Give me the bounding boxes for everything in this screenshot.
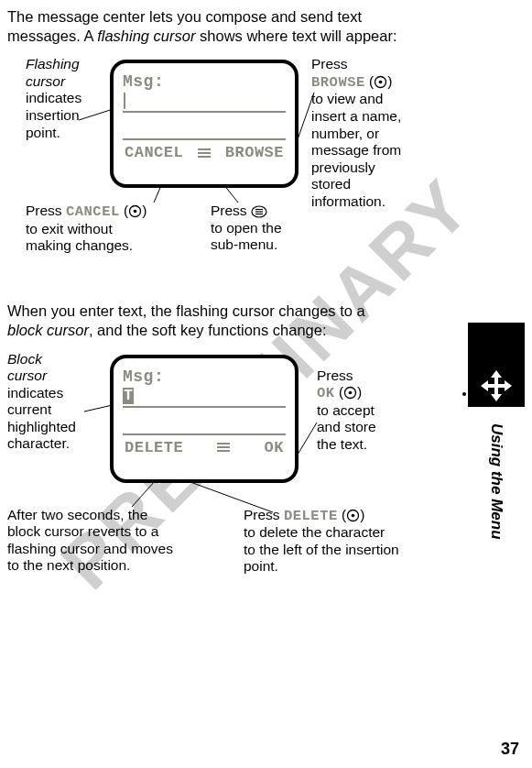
- side-tab: Using the Menu: [468, 323, 525, 540]
- left-softkey-delete[interactable]: DELETE: [125, 439, 183, 456]
- t: BROWSE: [311, 74, 365, 91]
- callout-flashing-cursor: Flashing cursor indicates insertion poin…: [26, 56, 108, 141]
- t: current: [7, 401, 51, 417]
- t: to open the: [211, 220, 282, 236]
- target-key-icon: [346, 509, 360, 522]
- flashing-cursor-term: flashing cursor: [97, 27, 195, 44]
- svg-point-17: [349, 391, 353, 395]
- t: (: [365, 73, 374, 89]
- block-cursor-term: block cursor: [7, 322, 89, 338]
- t: Press: [26, 203, 66, 218]
- flashing-cursor-icon: [124, 93, 125, 109]
- callout-block-cursor: Block cursor indicates current highlight…: [7, 351, 99, 454]
- msg-label: Msg:: [123, 72, 286, 91]
- t: CANCEL: [66, 203, 120, 220]
- t: (: [338, 507, 346, 522]
- t: Press: [311, 56, 348, 71]
- page-number: 37: [501, 740, 519, 759]
- right-softkey-browse[interactable]: BROWSE: [225, 144, 284, 161]
- dot-row-icon: [462, 392, 488, 396]
- callout-cancel: Press CANCEL () to exit without making c…: [26, 203, 209, 255]
- t: sub-menu.: [211, 236, 277, 252]
- t: previously: [311, 159, 375, 175]
- t: ): [357, 384, 362, 400]
- callout-ok: Press OK () to accept and store the text…: [317, 368, 427, 454]
- screen-divider: [123, 433, 286, 435]
- t: cursor: [26, 73, 65, 89]
- t: making changes.: [26, 237, 133, 253]
- text-input-line[interactable]: [123, 93, 286, 113]
- section-title: Using the Menu: [487, 423, 505, 540]
- t: ): [142, 203, 147, 218]
- t: insertion: [26, 107, 80, 123]
- t: character.: [7, 435, 70, 451]
- svg-point-5: [379, 81, 383, 84]
- screen-divider: [123, 138, 286, 140]
- t: Flashing: [26, 56, 80, 71]
- target-key-icon: [343, 386, 357, 400]
- t: the text.: [317, 436, 367, 452]
- t: insert a name,: [311, 108, 401, 124]
- diagram-1: Msg: CANCEL BROWSE Flashing cursor indic…: [7, 56, 429, 285]
- intro-text-2: messages. A: [7, 27, 97, 44]
- t: stored: [311, 176, 351, 192]
- t: (: [120, 203, 128, 218]
- t: ): [387, 73, 392, 89]
- t: OK: [317, 385, 335, 401]
- t: , and the soft key functions change:: [89, 322, 327, 338]
- phone-screen-2: Msg: T DELETE OK: [110, 355, 299, 483]
- t: message from: [311, 142, 401, 158]
- t: DELETE: [284, 508, 338, 524]
- t: Press: [211, 203, 251, 218]
- t: to the next position.: [7, 557, 130, 573]
- t: point.: [244, 558, 278, 574]
- right-softkey-ok[interactable]: OK: [265, 439, 284, 456]
- t: (: [335, 384, 343, 400]
- t: Block: [7, 351, 42, 367]
- intro-text: The message center lets you compose and …: [7, 8, 362, 25]
- t: indicates: [7, 385, 63, 400]
- phone-screen-1: Msg: CANCEL BROWSE: [110, 60, 299, 188]
- svg-point-7: [134, 210, 137, 214]
- t: ): [360, 507, 364, 522]
- t: point.: [26, 125, 60, 140]
- intro-paragraph: The message center lets you compose and …: [7, 7, 430, 45]
- t: Press: [317, 368, 353, 383]
- t: to delete the character: [244, 524, 385, 540]
- callout-browse: Press BROWSE () to view and insert a nam…: [311, 56, 430, 210]
- t: Press: [244, 507, 284, 522]
- left-softkey-cancel[interactable]: CANCEL: [125, 144, 183, 161]
- t: When you enter text, the flashing cursor…: [7, 302, 365, 319]
- t: to exit without: [26, 221, 113, 236]
- target-key-icon: [374, 75, 387, 89]
- t: flashing cursor and moves: [7, 541, 173, 556]
- mid-paragraph: When you enter text, the flashing cursor…: [7, 302, 430, 339]
- text-input-line[interactable]: T: [123, 388, 286, 408]
- t: and store: [317, 419, 376, 434]
- page-content: The message center lets you compose and …: [0, 0, 430, 589]
- menu-icon[interactable]: [217, 443, 230, 452]
- callout-menu: Press to open the sub-menu.: [211, 203, 339, 254]
- t: After two seconds, the: [7, 507, 147, 522]
- diagram-2: Msg: T DELETE OK Block cursor indicates …: [7, 351, 429, 589]
- target-key-icon: [128, 204, 142, 218]
- menu-key-icon: [251, 205, 267, 218]
- t: to view and: [311, 91, 383, 106]
- t: indicates: [26, 90, 81, 105]
- t: to accept: [317, 402, 375, 418]
- menu-icon[interactable]: [198, 148, 211, 158]
- move-arrows-icon: [481, 370, 512, 401]
- svg-point-19: [352, 513, 355, 517]
- t: highlighted: [7, 419, 76, 434]
- t: to the left of the insertion: [244, 542, 399, 557]
- intro-text-3: shows where text will appear:: [195, 27, 396, 44]
- softkey-row: CANCEL BROWSE: [123, 144, 286, 163]
- softkey-row: DELETE OK: [123, 439, 286, 458]
- t: cursor: [7, 368, 47, 383]
- t: block cursor reverts to a: [7, 523, 158, 539]
- svg-marker-20: [481, 370, 512, 401]
- msg-label: Msg:: [123, 368, 286, 386]
- callout-delete: Press DELETE () to delete the character …: [244, 507, 436, 576]
- t: number, or: [311, 126, 379, 141]
- block-cursor-icon: T: [123, 388, 134, 404]
